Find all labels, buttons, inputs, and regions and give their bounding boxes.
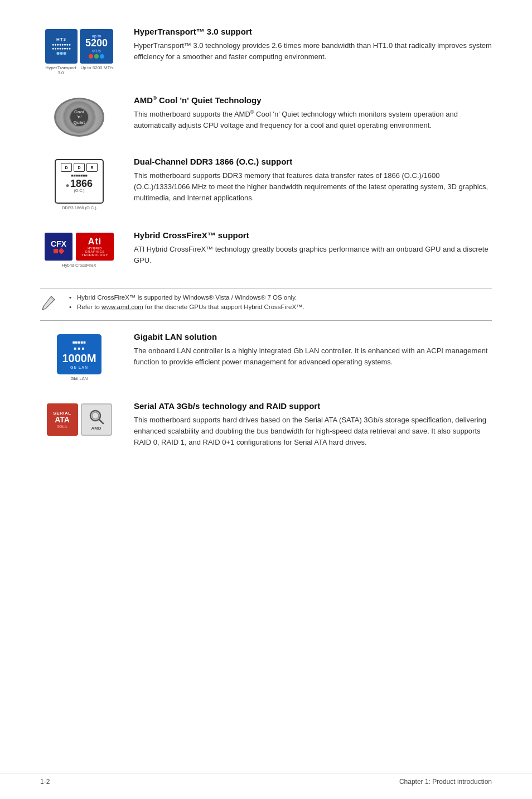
title-ddr3: Dual-Channel DDR3 1866 (O.C.) support <box>134 157 492 166</box>
content-amd-cool: AMD® Cool 'n' Quiet Technology This moth… <box>134 95 492 132</box>
text-lan: The onboard LAN controller is a highly i… <box>134 345 492 368</box>
icon-lan: ■■■■■ ■ ■ ■ 1000M Gb LAN Gbit LAN <box>40 334 118 381</box>
note-crossfirex-content: Hybrid CrossFireX™ is supported by Windo… <box>69 294 492 313</box>
note-crossfirex: Hybrid CrossFireX™ is supported by Windo… <box>40 288 492 321</box>
text-ddr3: This motherboard supports DDR3 memory th… <box>134 170 492 204</box>
svg-point-2 <box>92 412 99 419</box>
note-item-2: Refer to www.amd.com for the discrete GP… <box>69 304 492 310</box>
title-sata: Serial ATA 3Gb/s technology and RAID sup… <box>134 401 492 411</box>
footer-right: Chapter 1: Product introduction <box>399 778 492 786</box>
footer: 1-2 Chapter 1: Product introduction <box>0 773 532 786</box>
svg-line-1 <box>99 420 103 423</box>
icon-ddr3: D D R ■■■■■■■ ⊕ 1866 (O.C.) DDR3 1866 (O… <box>40 159 118 210</box>
title-crossfirex: Hybrid CrossFireX™ support <box>134 230 492 240</box>
title-lan: Gigabit LAN solution <box>134 332 492 341</box>
section-lan: ■■■■■ ■ ■ ■ 1000M Gb LAN Gbit LAN Gigabi… <box>40 332 492 381</box>
content-ddr3: Dual-Channel DDR3 1866 (O.C.) support Th… <box>134 157 492 204</box>
pencil-icon <box>40 295 62 315</box>
content-sata: Serial ATA 3Gb/s technology and RAID sup… <box>134 401 492 448</box>
icon-hypertransport: HT3 ●●●●●●●● ●●●●●●●● ⬢⬢⬢ up to 5200 MT/… <box>40 29 118 75</box>
section-hypertransport: HT3 ●●●●●●●● ●●●●●●●● ⬢⬢⬢ up to 5200 MT/… <box>40 27 492 75</box>
text-sata: This motherboard supports hard drives ba… <box>134 415 492 448</box>
text-hypertransport: HyperTransport™ 3.0 technology provides … <box>134 40 492 62</box>
text-crossfirex: ATI Hybrid CrossFireX™ technology greatl… <box>134 244 492 266</box>
section-amd-cool: Cool'n'Quiet AMD® Cool 'n' Quiet Technol… <box>40 95 492 137</box>
icon-crossfirex: CFX Ati HYBRIDGRAPHICSTECHNOLOGY Hybrid … <box>40 233 118 268</box>
note-item-1: Hybrid CrossFireX™ is supported by Windo… <box>69 294 492 301</box>
section-sata: SERIAL ATA 3Gb/s AMD <box>40 401 492 448</box>
section-ddr3: D D R ■■■■■■■ ⊕ 1866 (O.C.) DDR3 1866 (O… <box>40 157 492 210</box>
content-lan: Gigabit LAN solution The onboard LAN con… <box>134 332 492 368</box>
content-crossfirex: Hybrid CrossFireX™ support ATI Hybrid Cr… <box>134 230 492 266</box>
icon-sata: SERIAL ATA 3Gb/s AMD <box>40 403 118 436</box>
text-amd-cool: This motherboard supports the AMD® Cool … <box>134 109 492 132</box>
icon-amd-cool: Cool'n'Quiet <box>40 98 118 137</box>
content-hypertransport: HyperTransport™ 3.0 support HyperTranspo… <box>134 27 492 62</box>
amd-link[interactable]: www.amd.com <box>101 304 143 310</box>
footer-left: 1-2 <box>40 778 50 786</box>
section-crossfirex: CFX Ati HYBRIDGRAPHICSTECHNOLOGY Hybrid … <box>40 230 492 268</box>
title-hypertransport: HyperTransport™ 3.0 support <box>134 27 492 36</box>
title-amd-cool: AMD® Cool 'n' Quiet Technology <box>134 95 492 105</box>
page-content: HT3 ●●●●●●●● ●●●●●●●● ⬢⬢⬢ up to 5200 MT/… <box>0 0 532 502</box>
